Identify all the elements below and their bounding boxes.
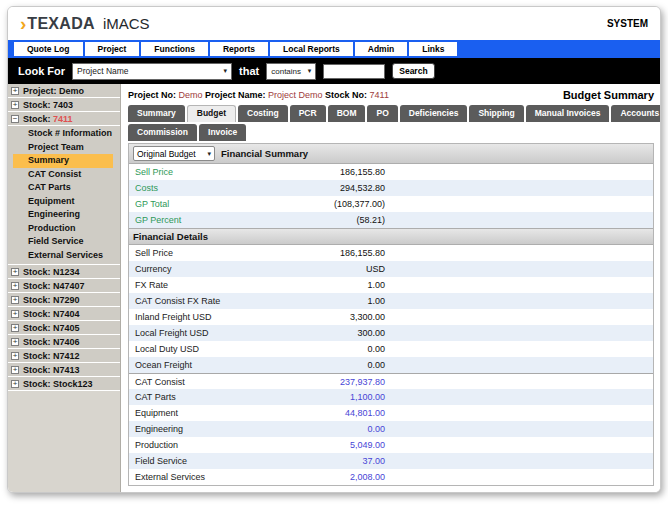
sidebar-item-project-team[interactable]: Project Team xyxy=(8,141,120,155)
expand-icon[interactable]: + xyxy=(11,87,19,95)
nav-button-admin[interactable]: Admin xyxy=(355,42,407,56)
table-row: GP Percent(58.21) xyxy=(129,212,653,228)
look-for-field-select[interactable]: Project Name ▾ xyxy=(72,63,232,80)
row-value-external-services[interactable]: 2,008.00 xyxy=(271,472,385,482)
sidebar-node-stock-n7406[interactable]: +Stock: N7406 xyxy=(8,335,120,349)
row-value-local-duty-usd: 0.00 xyxy=(271,344,385,354)
stock-number: 7411 xyxy=(53,114,73,124)
row-value-sell-price: 186,155.80 xyxy=(271,167,385,177)
sidebar-item-cat-parts[interactable]: CAT Parts xyxy=(8,181,120,195)
row-label-engineering: Engineering xyxy=(129,424,271,434)
sidebar-item-summary[interactable]: Summary xyxy=(13,154,113,168)
sidebar-item-engineering[interactable]: Engineering xyxy=(8,208,120,222)
row-label-equipment: Equipment xyxy=(129,408,271,418)
sidebar-item-external-services[interactable]: External Services xyxy=(8,249,120,263)
sidebar-node-stock-n7290[interactable]: +Stock: N7290 xyxy=(8,293,120,307)
table-row: Inland Freight USD3,300.00 xyxy=(129,309,653,325)
expand-icon[interactable]: + xyxy=(11,296,19,304)
chevron-down-icon: ▾ xyxy=(224,67,228,75)
financial-summary-title: Financial Summary xyxy=(221,148,308,159)
budget-version-select[interactable]: Original Budget ▾ xyxy=(133,146,215,161)
stock-number: N7412 xyxy=(53,351,80,361)
table-row: Local Duty USD0.00 xyxy=(129,341,653,357)
expand-icon[interactable]: + xyxy=(11,338,19,346)
search-input[interactable] xyxy=(323,64,385,79)
row-value-cat-consist[interactable]: 237,937.80 xyxy=(271,377,385,387)
row-value-cat-parts[interactable]: 1,100.00 xyxy=(271,392,385,402)
budget-version-value: Original Budget xyxy=(137,149,196,159)
collapse-icon[interactable]: − xyxy=(11,115,19,123)
sidebar-node-stock-7403[interactable]: +Stock: 7403 xyxy=(8,98,120,112)
stock-number: N7405 xyxy=(53,323,80,333)
tab-costing[interactable]: Costing xyxy=(238,105,288,122)
search-button[interactable]: Search xyxy=(392,63,434,79)
expand-icon[interactable]: + xyxy=(11,101,19,109)
look-for-label: Look For xyxy=(18,65,65,77)
row-label-gp-total: GP Total xyxy=(129,199,271,209)
nav-button-reports[interactable]: Reports xyxy=(210,42,268,56)
row-value-cat-consist-fx-rate: 1.00 xyxy=(271,296,385,306)
row-value-production[interactable]: 5,049.00 xyxy=(271,440,385,450)
tab-invoice[interactable]: Invoice xyxy=(199,124,246,141)
sidebar-node-stock-n7404[interactable]: +Stock: N7404 xyxy=(8,307,120,321)
app-body: +Project: Demo+Stock: 7403−Stock: 7411St… xyxy=(8,84,660,492)
stock-number: 7403 xyxy=(53,100,73,110)
row-value-field-service[interactable]: 37.00 xyxy=(271,456,385,466)
tab-commission[interactable]: Commission xyxy=(128,124,197,141)
row-value-gp-percent: (58.21) xyxy=(271,215,385,225)
sidebar-item-equipment[interactable]: Equipment xyxy=(8,195,120,209)
tab-summary[interactable]: Summary xyxy=(128,105,185,122)
tab-shipping[interactable]: Shipping xyxy=(469,105,523,122)
expand-icon[interactable]: + xyxy=(11,282,19,290)
expand-icon[interactable]: + xyxy=(11,366,19,374)
tab-pcr[interactable]: PCR xyxy=(290,105,326,122)
row-label-local-freight-usd: Local Freight USD xyxy=(129,328,271,338)
nav-button-local-reports[interactable]: Local Reports xyxy=(270,42,353,56)
stock-number: N7404 xyxy=(53,309,80,319)
sidebar-item-cat-consist[interactable]: CAT Consist xyxy=(8,168,120,182)
expand-icon[interactable]: + xyxy=(11,352,19,360)
tab-manual-invoices[interactable]: Manual Invoices xyxy=(526,105,610,122)
row-value-equipment[interactable]: 44,801.00 xyxy=(271,408,385,418)
table-row: Engineering0.00 xyxy=(129,421,653,437)
sidebar-node-stock-n1234[interactable]: +Stock: N1234 xyxy=(8,265,120,279)
nav-button-links[interactable]: Links xyxy=(409,42,457,56)
table-row: Sell Price186,155.80 xyxy=(129,164,653,180)
tab-po[interactable]: PO xyxy=(367,105,397,122)
sidebar-node-label: Stock: 7411 xyxy=(23,114,73,124)
row-value-gp-total: (108,377.00) xyxy=(271,199,385,209)
expand-icon[interactable]: + xyxy=(11,268,19,276)
nav-button-quote-log[interactable]: Quote Log xyxy=(14,42,83,56)
expand-icon[interactable]: + xyxy=(11,310,19,318)
operator-select[interactable]: contains ▾ xyxy=(266,63,316,80)
tab-budget[interactable]: Budget xyxy=(187,105,236,122)
tab-accounts-receivable[interactable]: Accounts Receivable xyxy=(611,105,660,122)
row-label-cat-parts: CAT Parts xyxy=(129,392,271,402)
nav-button-project[interactable]: Project xyxy=(85,42,140,56)
sidebar-node-stock-stock123[interactable]: +Stock: Stock123 xyxy=(8,377,120,391)
sidebar-node-project-demo[interactable]: +Project: Demo xyxy=(8,84,120,98)
tab-bom[interactable]: BOM xyxy=(328,105,366,122)
app-window: › TEXADA iMACS SYSTEM Quote LogProjectFu… xyxy=(7,6,661,493)
row-value-engineering[interactable]: 0.00 xyxy=(271,424,385,434)
budget-panel: Original Budget ▾ Financial Summary Sell… xyxy=(128,143,654,486)
sidebar-node-stock-n47407[interactable]: +Stock: N47407 xyxy=(8,279,120,293)
nav-button-functions[interactable]: Functions xyxy=(141,42,208,56)
sidebar-node-stock-n7413[interactable]: +Stock: N7413 xyxy=(8,363,120,377)
tab-deficiencies[interactable]: Deficiencies xyxy=(400,105,468,122)
sidebar-node-label: Stock: N7413 xyxy=(23,365,80,375)
tab-row-2: CommissionInvoice xyxy=(128,124,654,141)
row-value-local-freight-usd: 300.00 xyxy=(271,328,385,338)
expand-icon[interactable]: + xyxy=(11,324,19,332)
sidebar-item-field-service[interactable]: Field Service xyxy=(8,235,120,249)
crumb-value: 7411 xyxy=(370,90,389,100)
sidebar-item-stock-information[interactable]: Stock # Information xyxy=(8,127,120,141)
operator-value: contains xyxy=(271,67,301,76)
sidebar-item-production[interactable]: Production xyxy=(8,222,120,236)
sidebar-node-stock-7411[interactable]: −Stock: 7411 xyxy=(8,112,120,126)
expand-icon[interactable]: + xyxy=(11,380,19,388)
sidebar-node-stock-n7412[interactable]: +Stock: N7412 xyxy=(8,349,120,363)
sidebar-node-stock-n7405[interactable]: +Stock: N7405 xyxy=(8,321,120,335)
that-label: that xyxy=(239,65,259,77)
stock-number: N47407 xyxy=(53,281,85,291)
